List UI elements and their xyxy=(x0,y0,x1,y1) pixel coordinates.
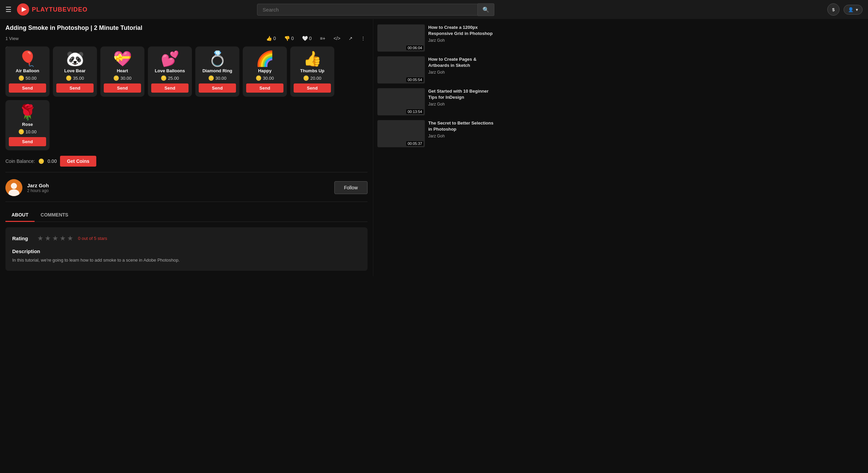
sidebar-video-item[interactable]: 00:06:04 How to Create a 1200px Responsi… xyxy=(377,24,494,52)
gift-price-heart: 🪙 30.00 xyxy=(113,75,132,81)
like-button[interactable]: 👍 0 xyxy=(264,34,278,42)
content-area: Adding Smoke in Photoshop | 2 Minute Tut… xyxy=(0,19,373,276)
search-input[interactable] xyxy=(257,4,478,16)
gift-price-value-rose: 10.00 xyxy=(25,129,37,134)
more-icon: ⋮ xyxy=(361,36,366,41)
coin-icon-happy: 🪙 xyxy=(256,75,261,81)
stars[interactable]: ★ ★ ★ ★ ★ xyxy=(37,234,73,242)
sidebar-video-item[interactable]: 00:05:54 How to Create Pages & Artboards… xyxy=(377,56,494,83)
coin-icon-rose: 🪙 xyxy=(18,129,24,134)
heart-icon: 🤍 xyxy=(302,36,308,41)
send-button-air-balloon[interactable]: Send xyxy=(9,83,46,93)
sidebar-video-info: How to Create Pages & Artboards in Sketc… xyxy=(428,56,494,83)
gift-emoji-air-balloon: 🎈 xyxy=(18,51,37,66)
sidebar-thumbnail: 00:06:04 xyxy=(377,24,425,52)
heart-count: 0 xyxy=(309,36,312,41)
gift-name-air-balloon: Air Balloon xyxy=(16,68,39,73)
share-button[interactable]: ↗ xyxy=(347,34,355,42)
coin-icon-heart: 🪙 xyxy=(113,75,119,81)
sidebar-thumbnail: 00:05:54 xyxy=(377,56,425,83)
rating-label: Rating xyxy=(12,235,33,241)
logo-icon xyxy=(17,3,29,16)
balance-label: Coin Balance: xyxy=(5,158,35,164)
star-2[interactable]: ★ xyxy=(45,234,51,242)
gift-price-love-balloons: 🪙 25.00 xyxy=(161,75,179,81)
send-button-happy[interactable]: Send xyxy=(246,83,283,93)
coin-icon-diamond-ring: 🪙 xyxy=(208,75,214,81)
gift-card-rose: 🌹 Rose 🪙 10.00 Send xyxy=(5,100,50,150)
follow-button[interactable]: Follow xyxy=(334,181,368,194)
description-title: Description xyxy=(12,248,361,254)
send-button-love-balloons[interactable]: Send xyxy=(151,83,189,93)
gift-price-value-love-balloons: 25.00 xyxy=(168,76,179,81)
get-coins-button[interactable]: Get Coins xyxy=(60,156,96,167)
sidebar-video-title: How to Create a 1200px Responsive Grid i… xyxy=(428,24,494,37)
sidebar-video-info: How to Create a 1200px Responsive Grid i… xyxy=(428,24,494,52)
gift-price-value-air-balloon: 50.00 xyxy=(25,76,37,81)
star-3[interactable]: ★ xyxy=(52,234,58,242)
sidebar-video-item[interactable]: 00:05:37 The Secret to Better Selections… xyxy=(377,120,494,147)
dislike-button[interactable]: 👎 0 xyxy=(282,34,296,42)
gift-name-rose: Rose xyxy=(22,122,33,127)
video-actions: 👍 0 👎 0 🤍 0 ≡+ </> ↗ xyxy=(264,34,368,42)
gift-name-happy: Happy xyxy=(258,68,272,73)
gift-emoji-love-balloons: 💕 xyxy=(161,51,179,66)
sidebar-video-info: Get Started with 10 Beginner Tips for In… xyxy=(428,88,494,115)
star-1[interactable]: ★ xyxy=(37,234,43,242)
channel-avatar xyxy=(5,179,22,196)
search-button[interactable]: 🔍 xyxy=(478,3,494,16)
sidebar-thumbnail: 00:13:54 xyxy=(377,88,425,115)
gift-name-love-bear: Love Bear xyxy=(64,68,86,73)
channel-time: 2 hours ago xyxy=(27,188,330,193)
gift-price-love-bear: 🪙 35.00 xyxy=(66,75,84,81)
menu-icon[interactable]: ☰ xyxy=(5,5,12,14)
send-button-love-bear[interactable]: Send xyxy=(56,83,94,93)
playlist-button[interactable]: ≡+ xyxy=(318,34,327,42)
gift-card-happy: 🌈 Happy 🪙 30.00 Send xyxy=(243,46,287,97)
logo-area[interactable]: PLAYTUBEVIDEO xyxy=(17,3,87,16)
star-5[interactable]: ★ xyxy=(67,234,73,242)
send-button-diamond-ring[interactable]: Send xyxy=(199,83,236,93)
video-meta: 1 View 👍 0 👎 0 🤍 0 ≡+ </> xyxy=(5,34,368,42)
share-icon: ↗ xyxy=(349,36,353,41)
view-count: 1 View xyxy=(5,36,19,41)
user-dropdown-icon: ▾ xyxy=(856,7,858,12)
coin-icon-love-bear: 🪙 xyxy=(66,75,72,81)
gift-price-value-diamond-ring: 30.00 xyxy=(215,76,226,81)
heart-button[interactable]: 🤍 0 xyxy=(300,34,314,42)
gift-emoji-rose: 🌹 xyxy=(18,105,37,120)
gift-price-value-love-bear: 35.00 xyxy=(73,76,84,81)
sidebar-video-info: The Secret to Better Selections in Photo… xyxy=(428,120,494,147)
star-4[interactable]: ★ xyxy=(60,234,66,242)
header: ☰ PLAYTUBEVIDEO 🔍 $ 👤 ▾ xyxy=(0,0,868,19)
video-duration: 00:13:54 xyxy=(406,109,423,114)
user-button[interactable]: 👤 ▾ xyxy=(844,5,863,15)
gift-price-value-heart: 30.00 xyxy=(120,76,132,81)
coin-button[interactable]: $ xyxy=(827,3,840,16)
channel-name[interactable]: Jarz Goh xyxy=(27,183,330,188)
gift-card-heart: 💝 Heart 🪙 30.00 Send xyxy=(100,46,144,97)
coin-icon-air-balloon: 🪙 xyxy=(18,75,24,81)
sidebar-channel-name: Jarz Goh xyxy=(428,102,494,107)
tab-about[interactable]: ABOUT xyxy=(5,209,35,222)
gift-price-happy: 🪙 30.00 xyxy=(256,75,274,81)
gift-name-heart: Heart xyxy=(117,68,128,73)
gift-card-air-balloon: 🎈 Air Balloon 🪙 50.00 Send xyxy=(5,46,50,97)
embed-button[interactable]: </> xyxy=(332,34,342,42)
send-button-heart[interactable]: Send xyxy=(104,83,141,93)
more-button[interactable]: ⋮ xyxy=(359,34,368,42)
video-duration: 00:05:37 xyxy=(406,141,423,146)
logo-text: PLAYTUBEVIDEO xyxy=(32,6,87,13)
gift-price-value-thumbs-up: 20.00 xyxy=(310,76,321,81)
send-button-rose[interactable]: Send xyxy=(9,137,46,146)
sidebar-video-item[interactable]: 00:13:54 Get Started with 10 Beginner Ti… xyxy=(377,88,494,115)
send-button-thumbs-up[interactable]: Send xyxy=(294,83,331,93)
tabs-row: ABOUT COMMENTS xyxy=(5,209,368,222)
channel-row: Jarz Goh 2 hours ago Follow xyxy=(5,179,368,202)
like-count: 0 xyxy=(273,36,276,41)
gift-card-love-bear: 🐼 Love Bear 🪙 35.00 Send xyxy=(53,46,97,97)
tab-comments[interactable]: COMMENTS xyxy=(35,209,75,222)
user-avatar-icon: 👤 xyxy=(848,7,854,12)
gift-emoji-thumbs-up: 👍 xyxy=(303,51,322,66)
coin-balance-row: Coin Balance: 🪙 0.00 Get Coins xyxy=(5,156,368,172)
